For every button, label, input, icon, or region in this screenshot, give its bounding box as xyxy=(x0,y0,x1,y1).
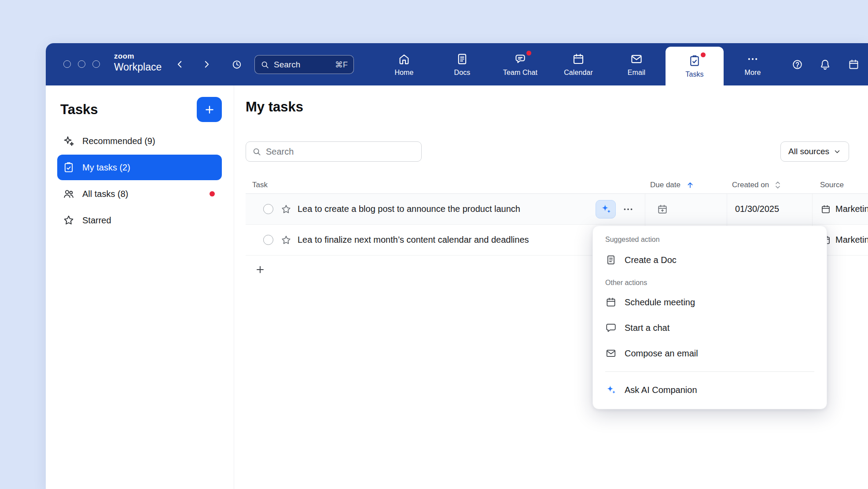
notifications-button[interactable] xyxy=(817,57,832,72)
zoom-workplace-logo: zoom Workplace xyxy=(114,52,162,73)
menu-divider xyxy=(605,371,814,372)
nav-item-home[interactable]: Home xyxy=(375,43,433,85)
help-button[interactable] xyxy=(790,57,805,72)
menu-item-ask-ai-companion[interactable]: Ask AI Companion xyxy=(593,377,827,403)
menu-item-label: Schedule meeting xyxy=(625,297,695,307)
star-icon xyxy=(63,214,75,226)
suggested-action-label: Suggested action xyxy=(593,236,827,244)
task-search-input[interactable] xyxy=(266,147,415,157)
window-control-maximize[interactable] xyxy=(92,60,100,68)
menu-item-label: Start a chat xyxy=(625,323,669,333)
notification-dot xyxy=(526,51,531,56)
more-ellipsis-icon xyxy=(746,52,759,66)
search-icon xyxy=(261,60,269,69)
back-button[interactable] xyxy=(173,57,188,72)
search-icon xyxy=(252,147,261,156)
table-header-row: Task Due date Created on xyxy=(246,176,868,194)
header-due-date[interactable]: Due date xyxy=(645,181,727,189)
sidebar-title: Tasks xyxy=(60,102,98,118)
menu-item-compose-email[interactable]: Compose an email xyxy=(593,341,827,366)
sidebar-item-label: Recommended (9) xyxy=(82,136,155,146)
menu-item-create-doc[interactable]: Create a Doc xyxy=(593,247,827,273)
sidebar-item-starred[interactable]: Starred xyxy=(57,207,222,233)
chevron-down-icon xyxy=(833,148,841,156)
tasks-sidebar: Tasks Recommended (9) xyxy=(46,85,234,489)
nav-label: Email xyxy=(628,69,646,77)
star-icon[interactable] xyxy=(280,204,292,215)
primary-nav: Home Docs Team Chat Calendar xyxy=(375,43,782,85)
nav-item-calendar[interactable]: Calendar xyxy=(549,43,607,85)
sidebar-item-label: My tasks (2) xyxy=(82,163,130,173)
search-shortcut: ⌘F xyxy=(335,60,348,70)
ai-sparkle-icon xyxy=(605,384,617,396)
header-created-on[interactable]: Created on xyxy=(727,181,812,189)
sidebar-item-my-tasks[interactable]: My tasks (2) xyxy=(57,155,222,180)
new-task-button[interactable] xyxy=(197,97,222,122)
header-source[interactable]: Source xyxy=(812,181,868,189)
task-complete-checkbox[interactable] xyxy=(263,235,273,245)
nav-label: Home xyxy=(394,69,413,77)
global-search[interactable]: Search ⌘F xyxy=(254,55,354,74)
nav-label: Calendar xyxy=(564,69,593,77)
app-window: zoom Workplace Search ⌘F xyxy=(46,43,868,489)
window-control-minimize[interactable] xyxy=(78,60,85,68)
menu-item-schedule-meeting[interactable]: Schedule meeting xyxy=(593,289,827,315)
source-label: Marketin xyxy=(835,204,868,214)
ai-companion-button[interactable] xyxy=(596,200,616,219)
other-actions-label: Other actions xyxy=(593,279,827,287)
calendar-icon xyxy=(572,52,585,66)
created-on-cell: 01/30/2025 xyxy=(727,194,812,224)
calendar-icon xyxy=(605,296,617,308)
due-date-cell[interactable] xyxy=(645,194,727,224)
star-icon[interactable] xyxy=(280,234,292,246)
task-row[interactable]: Lea to create a blog post to announce th… xyxy=(246,194,868,225)
my-tasks-icon xyxy=(63,161,75,174)
source-label: Marketin xyxy=(835,235,868,245)
nav-label: More xyxy=(745,69,761,77)
task-title: Lea to create a blog post to announce th… xyxy=(298,204,520,214)
ellipsis-icon xyxy=(622,203,634,215)
chat-bubble-icon xyxy=(605,322,617,333)
nav-item-tasks[interactable]: Tasks xyxy=(666,47,724,85)
nav-item-email[interactable]: Email xyxy=(607,43,666,85)
sort-toggle-icon xyxy=(774,181,781,189)
forward-button[interactable] xyxy=(199,57,214,72)
chevron-right-icon xyxy=(202,59,211,69)
home-icon xyxy=(397,52,411,66)
sidebar-item-label: All tasks (8) xyxy=(82,189,128,199)
ai-sparkle-icon xyxy=(600,203,612,215)
sources-filter-label: All sources xyxy=(788,147,829,156)
people-icon xyxy=(63,188,75,200)
nav-item-team-chat[interactable]: Team Chat xyxy=(491,43,549,85)
email-icon xyxy=(630,52,643,66)
window-controls xyxy=(63,60,100,68)
sidebar-item-recommended[interactable]: Recommended (9) xyxy=(57,128,222,154)
row-more-button[interactable] xyxy=(622,203,634,215)
task-search[interactable] xyxy=(246,141,422,162)
add-due-date-icon xyxy=(657,204,668,215)
history-button[interactable] xyxy=(229,57,244,72)
main-content: My tasks All sources Task xyxy=(234,85,868,489)
menu-item-label: Compose an email xyxy=(625,348,698,359)
bell-icon xyxy=(819,59,831,70)
notification-dot xyxy=(701,52,706,57)
history-clock-icon xyxy=(231,59,243,70)
sidebar-item-label: Starred xyxy=(82,215,111,226)
page-title: My tasks xyxy=(246,99,303,115)
docs-icon xyxy=(456,52,469,66)
topbar: zoom Workplace Search ⌘F xyxy=(46,43,868,85)
window-control-close[interactable] xyxy=(63,60,71,68)
team-chat-icon xyxy=(514,52,527,66)
sources-filter-dropdown[interactable]: All sources xyxy=(780,141,849,162)
plus-icon xyxy=(255,264,265,275)
nav-item-more[interactable]: More xyxy=(724,43,782,85)
nav-item-docs[interactable]: Docs xyxy=(433,43,491,85)
tasks-icon xyxy=(688,54,701,67)
calendar-tray-button[interactable] xyxy=(846,57,861,72)
nav-label: Team Chat xyxy=(503,69,537,77)
task-complete-checkbox[interactable] xyxy=(263,204,273,214)
menu-item-start-chat[interactable]: Start a chat xyxy=(593,315,827,341)
logo-workplace-text: Workplace xyxy=(114,62,162,73)
plus-icon xyxy=(204,104,215,115)
sidebar-item-all-tasks[interactable]: All tasks (8) xyxy=(57,181,222,207)
